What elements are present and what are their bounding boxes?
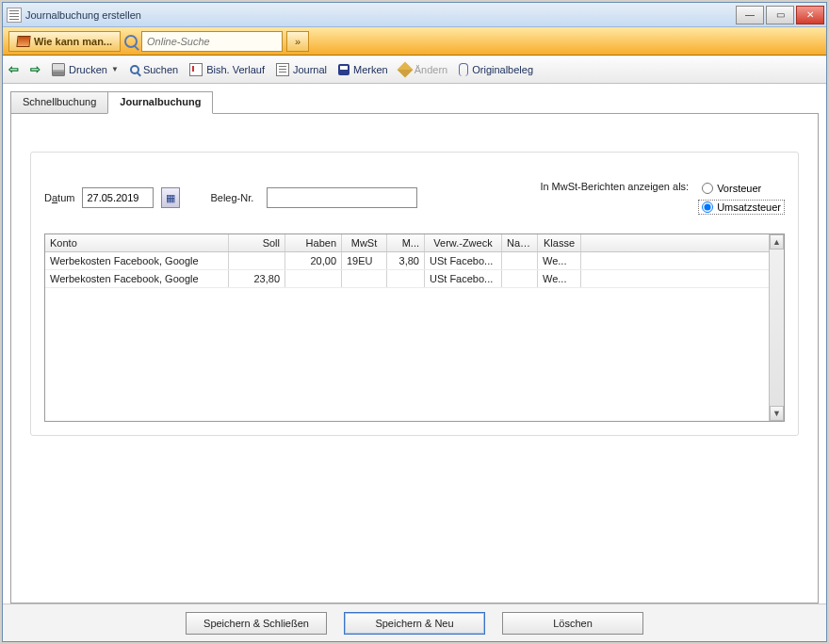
date-label: Datum — [44, 192, 74, 203]
date-input[interactable] — [82, 187, 154, 208]
col-m[interactable]: M... — [387, 234, 425, 251]
help-label: Wie kann man... — [34, 36, 112, 47]
tab-journalbuchung[interactable]: Journalbuchung — [107, 91, 213, 114]
cell-mwst[interactable]: 19EU — [342, 252, 387, 269]
nav-back-button[interactable]: ⇦ — [8, 62, 19, 76]
edit-button: Ändern — [399, 64, 447, 75]
system-buttons: — ▭ ✕ — [736, 6, 826, 24]
col-klasse[interactable]: Klasse — [538, 234, 581, 251]
cell-haben[interactable] — [285, 270, 342, 287]
floppy-icon — [338, 64, 349, 75]
col-soll[interactable]: Soll — [229, 234, 285, 251]
search-icon — [124, 35, 138, 48]
grid-header: Konto Soll Haben MwSt M... Verw.-Zweck N… — [45, 234, 769, 252]
dropdown-caret-icon: ▼ — [111, 65, 119, 73]
save-new-button[interactable]: Speichern & Neu — [344, 612, 485, 635]
journal-button[interactable]: Journal — [276, 63, 327, 76]
col-mwst[interactable]: MwSt — [342, 234, 387, 251]
cell-m[interactable]: 3,80 — [387, 252, 425, 269]
cell-verw[interactable]: USt Facebo... — [425, 270, 502, 287]
radio-group: Vorsteuer Umsatzsteuer — [698, 181, 785, 215]
window-title: Journalbuchung erstellen — [25, 9, 141, 21]
print-button[interactable]: Drucken▼ — [52, 63, 119, 76]
col-haben[interactable]: Haben — [285, 234, 342, 251]
mwst-group: In MwSt-Berichten anzeigen als: Vorsteue… — [540, 181, 785, 215]
nav-forward-button[interactable]: ⇨ — [30, 62, 41, 76]
beleg-label: Beleg-Nr. — [210, 192, 253, 203]
form-row: Datum ▦ Beleg-Nr. In MwSt-Berichten anze… — [44, 181, 785, 215]
content-area: Schnellbuchung Journalbuchung Datum ▦ Be… — [3, 84, 826, 604]
original-button[interactable]: Originalbeleg — [459, 63, 533, 76]
history-icon — [189, 63, 203, 76]
scroll-down-button[interactable]: ▼ — [770, 406, 784, 421]
col-konto[interactable]: Konto — [45, 234, 229, 251]
scroll-up-button[interactable]: ▲ — [770, 234, 784, 250]
grid-body: Konto Soll Haben MwSt M... Verw.-Zweck N… — [45, 234, 769, 421]
cell-name[interactable] — [502, 270, 538, 287]
search-button[interactable]: Suchen — [130, 64, 178, 75]
cell-soll[interactable]: 23,80 — [229, 270, 285, 287]
table-row[interactable]: Werbekosten Facebook, Google20,0019EU3,8… — [45, 252, 769, 270]
toolbar: ⇦ ⇨ Drucken▼ Suchen Bish. Verlauf Journa… — [3, 56, 826, 84]
cell-mwst[interactable] — [342, 270, 387, 287]
cell-name[interactable] — [502, 252, 538, 269]
journal-icon — [276, 63, 289, 76]
search-go-button[interactable]: » — [286, 31, 309, 52]
cell-verw[interactable]: USt Facebo... — [425, 252, 502, 269]
online-search-input[interactable] — [141, 31, 283, 52]
col-verwzweck[interactable]: Verw.-Zweck — [425, 234, 502, 251]
printer-icon — [52, 63, 65, 76]
book-icon — [16, 36, 30, 47]
help-bar: Wie kann man... » — [3, 27, 826, 56]
form-group: Datum ▦ Beleg-Nr. In MwSt-Berichten anze… — [30, 152, 799, 436]
delete-button[interactable]: Löschen — [502, 612, 643, 635]
save-close-button[interactable]: Speichern & Schließen — [186, 612, 327, 635]
cell-konto[interactable]: Werbekosten Facebook, Google — [45, 252, 229, 269]
app-icon — [7, 8, 22, 23]
maximize-button[interactable]: ▭ — [766, 6, 794, 24]
col-name[interactable]: Name — [502, 234, 538, 251]
beleg-input[interactable] — [267, 187, 417, 208]
close-button[interactable]: ✕ — [796, 6, 824, 24]
tab-strip: Schnellbuchung Journalbuchung — [10, 91, 819, 114]
magnifier-icon — [130, 65, 139, 74]
radio-umsatzsteuer[interactable]: Umsatzsteuer — [698, 200, 785, 215]
remember-button[interactable]: Merken — [338, 64, 388, 75]
grid-rows[interactable]: Werbekosten Facebook, Google20,0019EU3,8… — [45, 252, 769, 421]
calendar-icon: ▦ — [166, 192, 175, 204]
minimize-button[interactable]: — — [736, 6, 764, 24]
cell-klasse[interactable]: We... — [538, 252, 581, 269]
table-row[interactable]: Werbekosten Facebook, Google23,80USt Fac… — [45, 270, 769, 288]
cell-m[interactable] — [387, 270, 425, 287]
history-button[interactable]: Bish. Verlauf — [189, 63, 265, 76]
pencil-icon — [397, 61, 413, 77]
radio-vorsteuer[interactable]: Vorsteuer — [698, 181, 785, 196]
titlebar: Journalbuchung erstellen — ▭ ✕ — [3, 3, 826, 27]
grid-scrollbar[interactable]: ▲ ▼ — [769, 234, 784, 421]
tab-panel: Datum ▦ Beleg-Nr. In MwSt-Berichten anze… — [10, 113, 819, 604]
date-picker-button[interactable]: ▦ — [161, 187, 180, 208]
help-button[interactable]: Wie kann man... — [8, 31, 121, 52]
cell-klasse[interactable]: We... — [538, 270, 581, 287]
bottom-bar: Speichern & Schließen Speichern & Neu Lö… — [3, 604, 826, 641]
paperclip-icon — [459, 63, 468, 76]
cell-soll[interactable] — [229, 252, 285, 269]
cell-haben[interactable]: 20,00 — [285, 252, 342, 269]
cell-konto[interactable]: Werbekosten Facebook, Google — [45, 270, 229, 287]
entry-grid: Konto Soll Haben MwSt M... Verw.-Zweck N… — [44, 233, 785, 422]
app-window: Journalbuchung erstellen — ▭ ✕ Wie kann … — [2, 2, 827, 642]
tab-schnellbuchung[interactable]: Schnellbuchung — [10, 91, 108, 114]
mwst-label: In MwSt-Berichten anzeigen als: — [540, 181, 689, 192]
